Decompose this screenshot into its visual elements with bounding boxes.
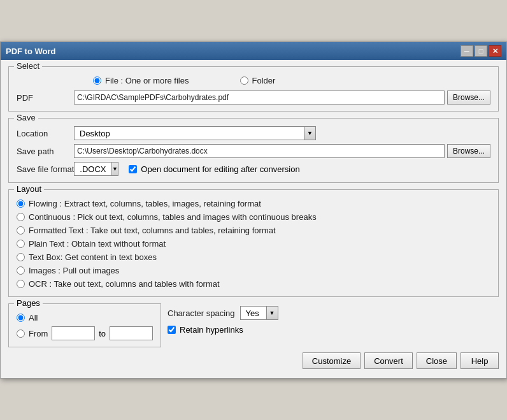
location-label: Location (17, 129, 74, 138)
location-arrow-icon[interactable]: ▼ (304, 127, 315, 140)
char-spacing-row: Character spacing Yes ▼ (168, 306, 499, 320)
title-bar: PDF to Word ─ □ ✕ (1, 42, 506, 60)
plain-label: Plain Text : Obtain text without format (29, 239, 166, 249)
close-window-button[interactable]: ✕ (489, 45, 501, 57)
pages-from-option[interactable]: From (17, 328, 48, 340)
title-bar-controls: ─ □ ✕ (461, 45, 501, 57)
formatted-label: Formatted Text : Take out text, columns … (29, 226, 276, 235)
pages-all-option[interactable]: All (17, 312, 153, 324)
pages-all-label: All (29, 313, 38, 322)
images-label: Images : Pull out images (29, 266, 119, 275)
pages-from-input[interactable] (52, 326, 95, 340)
location-value: Desktop (75, 129, 304, 138)
layout-option-images[interactable]: Images : Pull out images (17, 264, 490, 277)
save-browse-button[interactable]: Browse... (447, 144, 490, 158)
retain-hyperlinks-label: Retain hyperlinks (180, 325, 243, 335)
close-button[interactable]: Close (417, 352, 457, 369)
layout-option-plain[interactable]: Plain Text : Obtain text without format (17, 238, 490, 250)
continuous-label: Continuous : Pick out text, columns, tab… (29, 212, 317, 222)
file-format-dropdown[interactable]: .DOCX ▼ (74, 162, 118, 176)
char-spacing-dropdown[interactable]: Yes ▼ (240, 306, 278, 320)
flowing-label: Flowing : Extract text, columns, tables,… (29, 199, 261, 208)
open-doc-label: Open document for editing after conversi… (141, 164, 299, 174)
char-section: Character spacing Yes ▼ Retain hyperlink… (168, 303, 499, 335)
save-group: Save Location Desktop ▼ Save path Browse… (8, 118, 499, 183)
window-title: PDF to Word (6, 47, 55, 56)
layout-option-textbox[interactable]: Text Box: Get content in text boxes (17, 251, 490, 263)
maximize-button[interactable]: □ (475, 45, 487, 57)
file-radio[interactable] (93, 76, 101, 85)
location-row: Location Desktop ▼ (17, 124, 490, 140)
pages-all-radio[interactable] (17, 314, 25, 322)
pages-to-label: to (99, 329, 106, 338)
file-format-row: Save file format .DOCX ▼ Open document f… (17, 162, 490, 176)
minimize-button[interactable]: ─ (461, 45, 473, 57)
pdf-row: PDF Browse... (17, 91, 490, 105)
bottom-section: Pages All From to (8, 303, 499, 347)
textbox-label: Text Box: Get content in text boxes (29, 252, 157, 262)
action-buttons: Customize Convert Close Help (8, 347, 499, 372)
save-path-input[interactable] (74, 144, 445, 158)
convert-button[interactable]: Convert (364, 352, 413, 369)
continuous-radio[interactable] (17, 213, 25, 221)
help-button[interactable]: Help (461, 352, 499, 369)
pages-from-radio[interactable] (17, 329, 25, 338)
open-doc-option[interactable]: Open document for editing after conversi… (129, 164, 299, 174)
select-group-title: Select (14, 61, 42, 71)
location-dropdown[interactable]: Desktop ▼ (74, 126, 316, 140)
pdf-browse-button[interactable]: Browse... (447, 91, 490, 105)
folder-option[interactable]: Folder (240, 75, 276, 87)
pdf-path-input[interactable] (74, 91, 445, 105)
file-option-label: File : One or more files (105, 76, 189, 85)
pages-from-row: From to (17, 326, 153, 340)
save-group-title: Save (14, 113, 38, 122)
layout-option-formatted[interactable]: Formatted Text : Take out text, columns … (17, 224, 490, 236)
save-path-label: Save path (17, 147, 74, 156)
file-option[interactable]: File : One or more files (93, 75, 189, 87)
retain-hyperlinks-checkbox[interactable] (168, 326, 176, 334)
pages-to-input[interactable] (110, 326, 153, 340)
textbox-radio[interactable] (17, 253, 25, 261)
ocr-radio[interactable] (17, 280, 25, 288)
customize-button[interactable]: Customize (303, 352, 361, 369)
retain-hyperlinks-option[interactable]: Retain hyperlinks (168, 325, 499, 335)
pages-title: Pages (14, 298, 43, 308)
content-area: Select File : One or more files Folder P… (1, 60, 506, 378)
plain-radio[interactable] (17, 240, 25, 248)
formatted-radio[interactable] (17, 226, 25, 235)
layout-group: Layout Flowing : Extract text, columns, … (8, 189, 499, 297)
open-doc-checkbox[interactable] (129, 165, 137, 173)
folder-option-label: Folder (252, 76, 276, 85)
pages-from-label: From (29, 329, 48, 338)
layout-option-ocr[interactable]: OCR : Take out text, columns and tables … (17, 278, 490, 290)
ocr-label: OCR : Take out text, columns and tables … (29, 279, 220, 289)
pages-group: Pages All From to (8, 303, 161, 347)
flowing-radio[interactable] (17, 199, 25, 208)
char-spacing-arrow-icon[interactable]: ▼ (266, 307, 278, 319)
images-radio[interactable] (17, 266, 25, 275)
layout-group-title: Layout (14, 184, 44, 194)
file-format-value: .DOCX (75, 164, 111, 174)
main-window: PDF to Word ─ □ ✕ Select File : One or m… (0, 41, 507, 379)
char-spacing-value: Yes (241, 308, 266, 318)
char-spacing-label: Character spacing (168, 308, 235, 318)
layout-option-flowing[interactable]: Flowing : Extract text, columns, tables,… (17, 198, 490, 210)
save-path-row: Save path Browse... (17, 144, 490, 158)
layout-option-continuous[interactable]: Continuous : Pick out text, columns, tab… (17, 211, 490, 223)
select-group: Select File : One or more files Folder P… (8, 66, 499, 112)
folder-radio[interactable] (240, 76, 248, 85)
file-format-label: Save file format (17, 164, 74, 174)
file-format-arrow-icon[interactable]: ▼ (111, 163, 118, 175)
pdf-label: PDF (17, 93, 74, 103)
